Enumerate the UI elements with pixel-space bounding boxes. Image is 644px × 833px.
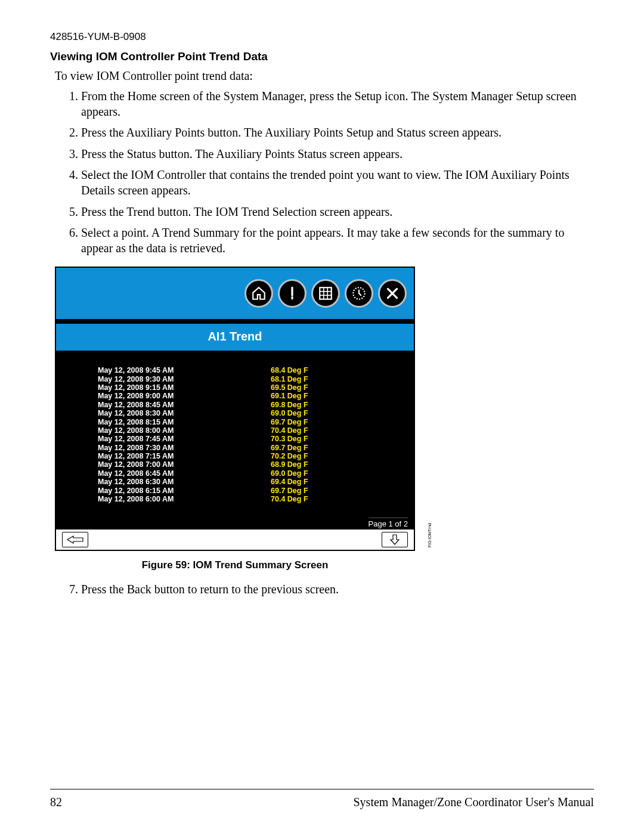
section-title: Viewing IOM Controller Point Trend Data [50,50,594,63]
figure-caption: Figure 59: IOM Trend Summary Screen [55,559,415,571]
trend-value: 69.0 Deg F [271,409,308,417]
trend-value: 68.9 Deg F [271,460,308,469]
trend-timestamp: May 12, 2008 6:30 AM [98,478,271,486]
device-screenshot: AI1 Trend May 12, 2008 9:45 AM68.4 Deg F… [55,267,433,551]
trend-timestamp: May 12, 2008 9:30 AM [98,375,271,383]
pager-strip: Page 1 of 2 [56,518,414,529]
trend-value: 70.4 Deg F [271,426,308,435]
trend-timestamp: May 12, 2008 8:15 AM [98,418,271,426]
device-topbar [56,268,414,319]
trend-row: May 12, 2008 8:30 AM69.0 Deg F [98,409,397,417]
manual-title: System Manager/Zone Coordinator User's M… [353,795,594,809]
trend-value: 69.7 Deg F [271,487,308,495]
step-item: Press the Back button to return to the p… [81,582,594,597]
step-item: Press the Status button. The Auxiliary P… [81,147,594,162]
svg-rect-0 [320,288,332,300]
page-footer: 82 System Manager/Zone Coordinator User'… [50,789,594,809]
trend-row: May 12, 2008 6:45 AM69.0 Deg F [98,469,397,478]
doc-id: 428516-YUM-B-0908 [50,31,594,43]
trend-value: 68.4 Deg F [271,366,308,374]
page-number: 82 [50,795,62,809]
step-item: Press the Auxiliary Points button. The A… [81,125,594,141]
clock-icon[interactable] [345,279,373,308]
step-item: Select a point. A Trend Summary for the … [81,225,594,256]
trend-row: May 12, 2008 7:45 AM70.3 Deg F [98,435,397,443]
trend-row: May 12, 2008 6:15 AM69.7 Deg F [98,487,397,495]
trend-value: 69.7 Deg F [271,444,308,452]
trend-table: May 12, 2008 9:45 AM68.4 Deg F May 12, 2… [56,352,414,518]
back-button[interactable] [62,532,88,547]
page-down-button[interactable] [382,532,408,547]
trend-timestamp: May 12, 2008 7:30 AM [98,444,271,452]
step-item: Select the IOM Controller that contains … [81,168,594,198]
trend-value: 69.4 Deg F [271,478,308,486]
trend-timestamp: May 12, 2008 6:15 AM [98,487,271,495]
trend-value: 69.7 Deg F [271,418,308,426]
trend-row: May 12, 2008 8:00 AM70.4 Deg F [98,426,397,435]
device-title: AI1 Trend [56,323,414,352]
trend-row: May 12, 2008 7:30 AM69.7 Deg F [98,444,397,452]
trend-value: 70.4 Deg F [271,495,308,503]
alert-icon[interactable] [278,279,306,308]
trend-row: May 12, 2008 7:15 AM70.2 Deg F [98,452,397,460]
trend-row: May 12, 2008 7:00 AM68.9 Deg F [98,460,397,469]
home-icon[interactable] [244,279,273,308]
trend-value: 69.1 Deg F [271,392,308,400]
trend-value: 69.0 Deg F [271,469,308,478]
trend-row: May 12, 2008 6:30 AM69.4 Deg F [98,478,397,486]
trend-timestamp: May 12, 2008 7:00 AM [98,460,271,469]
trend-timestamp: May 12, 2008 7:15 AM [98,452,271,460]
trend-timestamp: May 12, 2008 9:45 AM [98,366,271,374]
grid-icon[interactable] [311,279,340,308]
trend-timestamp: May 12, 2008 8:45 AM [98,401,271,409]
trend-value: 70.3 Deg F [271,435,308,443]
steps-list-continued: Press the Back button to return to the p… [55,582,594,597]
trend-value: 68.1 Deg F [271,375,308,383]
trend-timestamp: May 12, 2008 8:00 AM [98,426,271,435]
trend-row: May 12, 2008 8:45 AM69.8 Deg F [98,401,397,409]
steps-list: From the Home screen of the System Manag… [55,89,594,256]
trend-timestamp: May 12, 2008 7:45 AM [98,435,271,443]
trend-row: May 12, 2008 8:15 AM69.7 Deg F [98,418,397,426]
trend-row: May 12, 2008 9:00 AM69.1 Deg F [98,392,397,400]
tab-curve [56,268,135,319]
trend-row: May 12, 2008 9:15 AM69.5 Deg F [98,383,397,392]
step-item: Press the Trend button. The IOM Trend Se… [81,205,594,220]
device-bottombar [56,529,414,550]
trend-timestamp: May 12, 2008 6:45 AM [98,469,271,478]
trend-timestamp: May 12, 2008 8:30 AM [98,409,271,417]
trend-row: May 12, 2008 6:00 AM70.4 Deg F [98,495,397,503]
trend-value: 70.2 Deg F [271,452,308,460]
trend-value: 69.8 Deg F [271,401,308,409]
trend-value: 69.5 Deg F [271,383,308,392]
trend-timestamp: May 12, 2008 6:00 AM [98,495,271,503]
close-icon[interactable] [378,279,407,308]
trend-timestamp: May 12, 2008 9:15 AM [98,383,271,392]
trend-row: May 12, 2008 9:30 AM68.1 Deg F [98,375,397,383]
step-item: From the Home screen of the System Manag… [81,89,594,119]
intro-text: To view IOM Controller point trend data: [55,69,594,83]
trend-timestamp: May 12, 2008 9:00 AM [98,392,271,400]
figure-side-label: FIG:IOMTrnd [428,523,432,547]
trend-row: May 12, 2008 9:45 AM68.4 Deg F [98,366,397,374]
pager-label: Page 1 of 2 [369,518,408,528]
